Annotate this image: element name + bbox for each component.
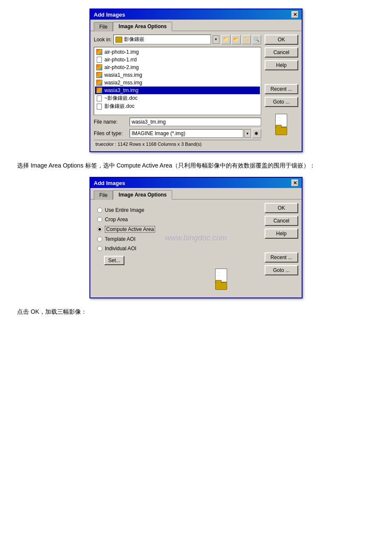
file-item-3[interactable]: air-photo-2.img [95,64,260,71]
folder-icon [115,37,122,43]
radio-item-5[interactable]: Individual AOI [97,246,258,251]
file-raster-icon-1 [96,49,103,55]
cancel-button-2[interactable]: Cancel [265,216,298,226]
radio-circle-3 [97,227,102,232]
file-name-3: air-photo-2.img [104,64,139,70]
file-name-8: 影像鑲嵌.doc [104,103,135,110]
tabs-1: File Image Area Options [90,20,302,31]
radio-label-2: Crop Area [105,217,128,223]
file-preview-2: .................. [215,269,227,290]
lookin-label: Look in: [94,37,112,43]
status-text-1: truecolor : 1142 Rows x 1168 Columns x 3… [95,142,202,147]
help-button-2[interactable]: Help [265,228,298,239]
file-raster-icon-3 [96,64,103,71]
file-item-5[interactable]: wasia2_mss.img [95,79,260,87]
file-name-5: wasia2_mss.img [104,80,142,86]
dialog-body-2: Use Entire Image Crop Area Compute Activ… [90,199,302,298]
dialog-add-images-2: www.bingdoc.com Add Images ✕ File Image … [89,177,303,298]
radio-item-4[interactable]: Template AOI [97,236,258,242]
radio-circle-1 [97,208,102,213]
tab-file-1[interactable]: File [94,22,113,32]
radio-label-4: Template AOI [105,236,135,242]
description-text-2: 点击 OK，加载三幅影像： [17,307,375,316]
dialog-sidebar-2: OK Cancel Help Recent ... Goto ... [265,203,298,294]
file-raster-icon-5 [96,79,103,86]
dialog-content-2: Use Entire Image Crop Area Compute Activ… [94,203,261,294]
file-item-7[interactable]: ~影像鑲嵌.doc [95,94,260,102]
filetype-btn[interactable]: ✱ [252,129,261,138]
tab-image-area-options-1[interactable]: Image Area Options [113,22,172,31]
file-name-2: air-photo-1.rrd [104,57,137,63]
lookin-row: Look in: 影像鑲嵌 ▼ 📁 📂 ✨ 🔍 [94,35,261,44]
lookin-dropdown[interactable]: 影像鑲嵌 [113,35,211,44]
close-button-2[interactable]: ✕ [291,179,298,186]
dialog-content-1: Look in: 影像鑲嵌 ▼ 📁 📂 ✨ 🔍 [94,35,261,148]
toolbar-btn-1[interactable]: 📁 [221,35,231,44]
filetype-label: Files of type: [94,130,128,136]
filetype-row: Files of type: ▼ ✱ [94,129,261,138]
radio-item-3[interactable]: Compute Active Area [97,226,258,233]
radio-item-1[interactable]: Use Entire Image [97,207,258,213]
file-name-1: air-photo-1.img [104,49,139,55]
file-item-4[interactable]: wasia1_mss.img [95,71,260,79]
file-doc-icon-8 [96,103,103,110]
toolbar-btn-3[interactable]: ✨ [242,35,251,44]
lookin-toolbar: 📁 📂 ✨ 🔍 [221,35,261,44]
radio-group: Use Entire Image Crop Area Compute Activ… [94,203,261,256]
filetype-dropdown-arrow[interactable]: ▼ [244,129,251,138]
file-doc-icon-7 [96,95,103,102]
lookin-value: 影像鑲嵌 [124,36,144,43]
preview-folder-icon-2 [215,282,227,290]
titlebar-2: Add Images ✕ [90,178,302,188]
recent-button-2[interactable]: Recent ... [265,252,298,263]
filename-row: File name: [94,118,261,126]
help-button-1[interactable]: Help [265,60,298,70]
set-button[interactable]: Set... [104,256,124,265]
preview-folder-icon [275,127,287,135]
filename-input[interactable] [130,118,261,126]
radio-circle-5 [97,246,102,251]
toolbar-btn-4[interactable]: 🔍 [252,35,261,44]
radio-label-1: Use Entire Image [105,207,144,213]
file-list[interactable]: air-photo-1.img air-photo-1.rrd air-phot… [94,47,261,115]
ok-button-2[interactable]: OK [265,203,298,213]
dialog-title-1: Add Images [94,12,125,18]
close-button-1[interactable]: ✕ [291,11,298,18]
dialog-title-2: Add Images [94,180,125,186]
file-item-8[interactable]: 影像鑲嵌.doc [95,102,260,110]
status-bar-1: truecolor : 1142 Rows x 1168 Columns x 3… [94,140,261,148]
file-raster-icon-6 [96,87,103,94]
file-doc-icon-2 [96,56,103,63]
recent-button-1[interactable]: Recent ... [265,84,298,94]
file-name-6: wasia3_tm.img [104,87,138,93]
toolbar-btn-2[interactable]: 📂 [231,35,241,44]
goto-button-2[interactable]: Goto ... [265,265,298,275]
filename-label: File name: [94,119,128,125]
file-item-1[interactable]: air-photo-1.img [95,48,260,56]
radio-circle-2 [97,217,102,222]
file-name-7: ~影像鑲嵌.doc [104,95,138,102]
file-name-4: wasia1_mss.img [104,72,142,78]
tabs-2: File Image Area Options [90,188,302,199]
tab-file-2[interactable]: File [94,191,113,200]
file-preview-1: .................. [265,114,298,135]
dialog-add-images-1: Add Images ✕ File Image Area Options Loo… [89,9,303,152]
tab-image-area-options-2[interactable]: Image Area Options [113,190,172,199]
goto-button-1[interactable]: Goto ... [265,97,298,107]
description-text-1: 选择 Image Area Options 标签，选中 Compute Acti… [17,161,375,170]
file-raster-icon-4 [96,72,103,78]
radio-circle-4 [97,237,102,242]
file-item-6[interactable]: wasia3_tm.img [95,87,260,94]
filetype-input[interactable] [130,129,243,138]
radio-label-5: Individual AOI [105,246,136,251]
radio-item-2[interactable]: Crop Area [97,217,258,223]
titlebar-1: Add Images ✕ [90,9,302,20]
ok-button-1[interactable]: OK [265,35,298,45]
dialog-sidebar-1: OK Cancel Help Recent ... Goto ... .....… [265,35,298,148]
lookin-dropdown-arrow[interactable]: ▼ [213,35,219,44]
radio-label-3: Compute Active Area [105,226,155,233]
file-item-2[interactable]: air-photo-1.rrd [95,56,260,64]
dialog-body-1: Look in: 影像鑲嵌 ▼ 📁 📂 ✨ 🔍 [90,31,302,151]
cancel-button-1[interactable]: Cancel [265,47,298,58]
